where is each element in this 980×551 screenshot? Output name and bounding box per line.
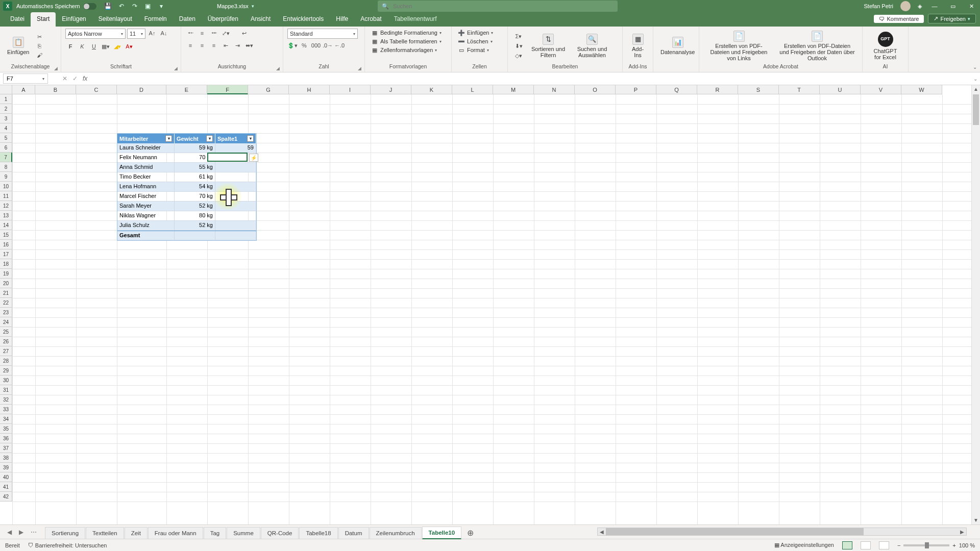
table-cell[interactable]: 59 kg — [175, 143, 215, 153]
row-header[interactable]: 25 — [0, 327, 12, 337]
column-header[interactable]: J — [371, 85, 411, 94]
worksheet-grid[interactable]: ABCDEFGHIJKLMNOPQRSTUVW 1234567891011121… — [0, 85, 980, 524]
dialog-launcher-icon[interactable]: ◢ — [54, 66, 58, 71]
tab-view[interactable]: Ansicht — [244, 12, 277, 27]
table-total-row[interactable]: Gesamt — [117, 231, 256, 240]
sheet-tab[interactable]: Zeit — [125, 527, 148, 539]
column-header[interactable]: C — [76, 85, 117, 94]
row-header[interactable]: 37 — [0, 443, 12, 453]
fill-color-button[interactable]: ◢▾ — [112, 42, 122, 51]
table-cell[interactable]: Lena Hofmann — [117, 182, 175, 192]
table-cell[interactable]: Niklas Wagner — [117, 211, 175, 221]
number-format-combo[interactable]: Standard▾ — [287, 29, 358, 39]
table-header-cell[interactable]: Spalte1▾ — [215, 134, 256, 143]
borders-button[interactable]: ▦▾ — [101, 42, 111, 51]
decrease-indent-button[interactable]: ⇤ — [220, 41, 231, 50]
insert-cells-button[interactable]: ➕Einfügen▾ — [456, 29, 495, 37]
column-header[interactable]: D — [117, 85, 166, 94]
row-header[interactable]: 38 — [0, 453, 12, 463]
tab-acrobat[interactable]: Acrobat — [354, 12, 387, 27]
column-header[interactable]: K — [411, 85, 452, 94]
table-cell[interactable] — [215, 163, 256, 172]
filter-button[interactable]: ▾ — [206, 135, 213, 142]
scroll-right-arrow[interactable]: ▶ — [958, 529, 966, 535]
filter-button[interactable]: ▾ — [247, 135, 254, 142]
increase-font-button[interactable]: A↑ — [147, 29, 157, 38]
tab-help[interactable]: Hilfe — [330, 12, 354, 27]
column-header[interactable]: A — [12, 85, 35, 94]
row-header[interactable]: 7 — [0, 153, 12, 162]
column-header[interactable]: Q — [656, 85, 697, 94]
align-bottom-button[interactable]: ⬵ — [209, 29, 219, 38]
bold-button[interactable]: F — [65, 42, 76, 51]
filter-button[interactable]: ▾ — [165, 135, 172, 142]
sheet-nav-prev[interactable]: ◀ — [5, 528, 14, 537]
enter-icon[interactable]: ✓ — [72, 75, 78, 82]
sheet-tab[interactable]: Frau oder Mann — [148, 527, 203, 539]
table-cell[interactable]: 52 kg — [175, 221, 215, 231]
username-label[interactable]: Stefan Petri — [864, 3, 893, 9]
row-header[interactable]: 22 — [0, 298, 12, 308]
table-row[interactable]: Marcel Fischer70 kg — [117, 192, 256, 202]
sheet-tab[interactable]: Textteilen — [86, 527, 124, 539]
tab-insert[interactable]: Einfügen — [56, 12, 92, 27]
row-header[interactable]: 40 — [0, 472, 12, 482]
diamond-icon[interactable]: ◈ — [918, 3, 922, 10]
normal-view-button[interactable] — [842, 541, 852, 549]
collapse-ribbon-button[interactable]: ⌄ — [973, 64, 977, 70]
add-sheet-button[interactable]: ⊕ — [462, 527, 479, 539]
paste-button[interactable]: 📋 Einfügen — [4, 36, 32, 56]
data-analysis-button[interactable]: 📊Datenanalyse — [657, 36, 698, 56]
table-row[interactable]: Sarah Meyer52 kg — [117, 202, 256, 211]
table-cell[interactable] — [215, 211, 256, 221]
column-header[interactable]: S — [738, 85, 779, 94]
wrap-text-button[interactable]: ↩ — [239, 29, 249, 38]
italic-button[interactable]: K — [77, 42, 87, 51]
fx-icon[interactable]: fx — [83, 75, 87, 82]
font-color-button[interactable]: A▾ — [124, 42, 134, 51]
sheet-tab[interactable]: Zeilenumbruch — [370, 527, 422, 539]
autosave-control[interactable]: Automatisches Speichern — [16, 3, 96, 10]
zoom-control[interactable]: − + 100 % — [897, 542, 975, 548]
row-header[interactable]: 15 — [0, 230, 12, 240]
acrobat-pdf-outlook-button[interactable]: 📄Erstellen von PDF-Dateien und Freigeben… — [776, 30, 858, 62]
smart-tag-icon[interactable]: ⚡ — [249, 154, 258, 162]
table-cell[interactable]: 59 — [215, 143, 256, 153]
column-header[interactable]: H — [289, 85, 330, 94]
increase-decimal-button[interactable]: .0→ — [323, 41, 333, 50]
table-row[interactable]: Julia Schulz52 kg — [117, 221, 256, 231]
orientation-button[interactable]: ⤢▾ — [220, 29, 231, 38]
column-header[interactable]: R — [697, 85, 738, 94]
column-header[interactable]: W — [901, 85, 942, 94]
decrease-font-button[interactable]: A↓ — [159, 29, 169, 38]
row-headers[interactable]: 1234567891011121314151617181920212223242… — [0, 94, 12, 502]
row-header[interactable]: 10 — [0, 182, 12, 191]
row-header[interactable]: 41 — [0, 482, 12, 492]
row-header[interactable]: 8 — [0, 162, 12, 172]
table-cell[interactable]: 54 kg — [175, 182, 215, 192]
table-cell[interactable]: Laura Schneider — [117, 143, 175, 153]
table-header-cell[interactable]: Gewicht▾ — [175, 134, 215, 143]
table-row[interactable]: Lena Hofmann54 kg — [117, 182, 256, 192]
page-layout-view-button[interactable] — [861, 541, 871, 549]
column-header[interactable]: G — [248, 85, 289, 94]
search-box[interactable]: 🔍 — [378, 1, 618, 12]
table-cell[interactable]: 70 kg — [175, 192, 215, 202]
fill-button[interactable]: ⬇▾ — [512, 41, 525, 51]
table-cell[interactable]: 52 kg — [175, 202, 215, 211]
row-header[interactable]: 26 — [0, 337, 12, 346]
table-cell[interactable]: Sarah Meyer — [117, 202, 175, 211]
underline-button[interactable]: U — [89, 42, 99, 51]
excel-table[interactable]: Mitarbeiter▾Gewicht▾Spalte1▾Laura Schnei… — [117, 133, 257, 241]
formula-input[interactable] — [91, 75, 971, 82]
comma-style-button[interactable]: 000 — [311, 41, 321, 50]
column-header[interactable]: E — [166, 85, 207, 94]
table-cell[interactable]: Marcel Fischer — [117, 192, 175, 202]
format-as-table-button[interactable]: ▦Als Tabelle formatieren▾ — [369, 37, 444, 45]
row-header[interactable]: 28 — [0, 356, 12, 366]
row-header[interactable]: 13 — [0, 211, 12, 220]
tab-file[interactable]: Datei — [4, 12, 31, 27]
sheet-tab[interactable]: Tabelle18 — [299, 527, 337, 539]
increase-indent-button[interactable]: ⇥ — [232, 41, 242, 50]
zoom-level[interactable]: 100 % — [959, 542, 975, 548]
